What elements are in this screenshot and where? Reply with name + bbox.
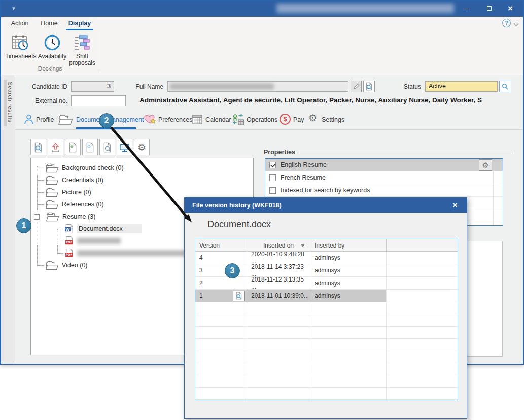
person-icon	[23, 114, 34, 125]
minimize-button[interactable]: —	[458, 0, 475, 17]
cell-inserted-on: 2018-11-01 10:39:0...	[247, 290, 310, 302]
upload-document-button[interactable]	[48, 139, 63, 155]
tree-file-pdf-1[interactable]	[57, 235, 121, 247]
full-name-redacted	[170, 83, 274, 90]
tree-file-label-redacted	[77, 238, 121, 244]
table-empty-row	[195, 327, 458, 339]
view-document-button[interactable]	[30, 139, 46, 155]
search-icon	[501, 83, 509, 91]
search-results-sidebar[interactable]: Search results	[1, 75, 15, 364]
tree-folder-label: References (0)	[62, 201, 104, 208]
document-search-icon	[33, 142, 44, 153]
document-search-icon	[365, 82, 373, 91]
maximize-icon	[487, 6, 492, 11]
ribbon-tab-home[interactable]: Home	[37, 17, 62, 30]
cell-empty	[387, 277, 458, 290]
tab-calendar-label: Calendar	[205, 116, 231, 123]
folder-icon	[45, 199, 59, 210]
upload-icon	[50, 142, 61, 153]
tree-folder-video[interactable]: Video (0)	[37, 260, 88, 271]
tree-folder-picture[interactable]: Picture (0)	[37, 187, 91, 198]
candidate-id-label: Candidate ID	[20, 83, 67, 90]
shift-proposals-label: Shift proposals	[69, 53, 95, 66]
property-row-indexed[interactable]: Indexed for search by keywords	[265, 184, 503, 197]
screenshot-root: ▾ — × Action Home Display ? Timesheets A…	[0, 0, 524, 420]
tree-folder-references[interactable]: References (0)	[37, 199, 104, 210]
timesheets-button[interactable]: Timesheets	[5, 31, 36, 67]
sidebar-label: Search results	[7, 82, 13, 123]
heart-star-icon	[144, 114, 157, 126]
timesheets-icon	[11, 33, 29, 52]
view-name-document-button[interactable]	[363, 81, 375, 92]
edit-name-button[interactable]	[351, 81, 362, 92]
tree-connector	[37, 168, 44, 168]
close-button[interactable]: ×	[502, 0, 519, 17]
version-row-1-selected[interactable]: 1 2018-11-01 10:39:0... adminsys	[195, 290, 458, 302]
property-settings-button[interactable]: ⚙	[479, 159, 492, 171]
maximize-button[interactable]	[480, 0, 498, 17]
help-icon[interactable]: ?	[502, 19, 511, 27]
add-document-button[interactable]	[65, 139, 81, 155]
tree-connector	[57, 241, 63, 241]
ribbon-tab-action[interactable]: Action	[7, 17, 32, 30]
column-header-inserted-by[interactable]: Inserted by	[310, 239, 387, 251]
titlebar: ▾ — ×	[0, 0, 524, 17]
sort-descending-icon	[301, 244, 305, 247]
table-empty-row	[195, 375, 458, 388]
status-field[interactable]: Active	[425, 81, 498, 92]
version-row-4[interactable]: 4 2020-01-10 9:48:28 ... adminsys	[195, 252, 458, 264]
folder-icon	[45, 175, 59, 186]
version-row-2[interactable]: 2 2018-11-12 3:13:35 ... adminsys	[195, 277, 458, 290]
show-on-screen-button[interactable]	[117, 139, 132, 155]
collapse-icon[interactable]	[34, 214, 40, 220]
availability-button[interactable]: Availability	[37, 31, 68, 67]
folder-icon	[45, 260, 59, 271]
shift-proposals-icon	[73, 33, 91, 52]
cell-inserted-on: 2018-11-14 3:37:23 ...	[247, 264, 310, 277]
tab-operations-label: Operations	[247, 116, 277, 123]
dialog-close-button[interactable]: ×	[449, 200, 461, 211]
gear-icon: ⚙	[308, 112, 317, 123]
document-settings-button[interactable]: ⚙	[134, 139, 150, 155]
tree-folder-credentials[interactable]: Credentials (0)	[37, 174, 103, 186]
version-history-button[interactable]	[82, 139, 98, 155]
table-empty-row	[195, 302, 458, 314]
version-table-header: Version Inserted on Inserted by	[195, 239, 458, 252]
dialog-titlebar[interactable]: File version history (WKF018) ×	[185, 198, 467, 213]
checkbox-icon[interactable]	[269, 187, 276, 194]
shift-proposals-button[interactable]: Shift proposals	[69, 31, 95, 67]
monitor-icon	[119, 142, 130, 153]
column-header-empty[interactable]	[387, 239, 458, 251]
preview-document-button[interactable]	[99, 139, 115, 155]
chevron-down-icon[interactable]	[514, 21, 519, 26]
history-clock-icon	[87, 144, 94, 151]
property-row-english-resume[interactable]: English Resume ⚙	[265, 159, 503, 171]
timesheets-label: Timesheets	[5, 53, 36, 60]
pdf-file-icon	[64, 248, 74, 258]
preview-version-button[interactable]	[233, 291, 245, 301]
tree-connector	[57, 253, 63, 254]
external-no-field[interactable]	[71, 95, 126, 106]
checkbox-checked-icon[interactable]	[269, 162, 276, 168]
app-icon[interactable]: ▾	[12, 5, 17, 12]
full-name-field[interactable]	[167, 81, 348, 92]
status-lookup-button[interactable]	[499, 81, 511, 92]
candidate-id-field[interactable]: 3	[71, 81, 114, 92]
cell-version: 1	[195, 290, 247, 302]
property-row-french-resume[interactable]: French Resume	[265, 171, 503, 184]
tree-folder-resume[interactable]: Resume (3)	[34, 211, 95, 222]
tree-file-document-docx[interactable]: Document.docx	[57, 223, 142, 234]
ribbon-tab-bar: Action Home Display ?	[0, 17, 524, 30]
column-header-version[interactable]: Version	[195, 239, 247, 251]
tree-folder-label: Video (0)	[62, 262, 88, 269]
checkbox-icon[interactable]	[269, 174, 276, 181]
table-empty-row	[195, 339, 458, 351]
job-titles-text: Administrative Assistant, Agent de sécur…	[139, 96, 516, 106]
plus-icon	[69, 144, 77, 151]
tree-folder-background-check[interactable]: Background check (0)	[37, 162, 124, 173]
dialog-document-name: Document.docx	[207, 219, 271, 230]
dockings-group-label: Dockings	[0, 65, 100, 72]
column-header-inserted-on[interactable]: Inserted on	[247, 239, 310, 251]
ribbon-tab-display[interactable]: Display	[66, 17, 93, 30]
property-label: Indexed for search by keywords	[281, 187, 370, 194]
